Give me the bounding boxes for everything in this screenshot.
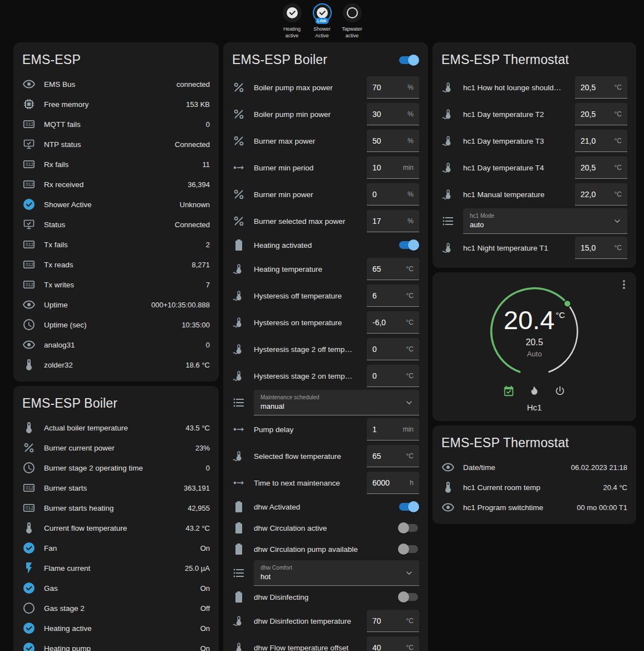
- entity-value: 42,955: [188, 504, 210, 512]
- card: EMS-ESP Thermostathc1 How hot lounge sho…: [432, 42, 636, 268]
- entity-toggle[interactable]: [398, 239, 419, 251]
- entity-row[interactable]: Gas stage 2Off: [13, 598, 219, 618]
- entity-row[interactable]: Date/time06.02.2023 21:18: [432, 457, 636, 477]
- number-input[interactable]: 22,0°C: [575, 183, 627, 205]
- number-input[interactable]: 50%: [367, 130, 419, 152]
- badge[interactable]: LINKShower Active: [309, 3, 336, 39]
- number-unit: °C: [614, 84, 622, 91]
- entity-row[interactable]: zolder3218.6 °C: [13, 355, 219, 375]
- dots-vertical-icon[interactable]: [617, 278, 631, 291]
- number-input[interactable]: 10min: [367, 156, 419, 179]
- entity-row[interactable]: hc1 Program switchtime00 mo 00:00 T1: [432, 497, 636, 517]
- entity-row[interactable]: 012Burner starts heating42,955: [13, 498, 219, 518]
- entity-label: Boiler pump max power: [254, 84, 358, 92]
- entity-row[interactable]: Heating pumpOn: [13, 638, 219, 651]
- entity-row[interactable]: Uptime000+10:35:00.888: [13, 295, 219, 315]
- number-input[interactable]: 6°C: [367, 285, 419, 307]
- entity-row[interactable]: Actual boiler temperature43.5 °C: [13, 418, 219, 438]
- number-input[interactable]: 15,0°C: [575, 237, 627, 259]
- water-thermometer-icon: [441, 161, 455, 174]
- entity-toggle[interactable]: [398, 522, 419, 533]
- entity-row[interactable]: FanOn: [13, 538, 219, 558]
- entity-row[interactable]: NTP statusConnected: [13, 134, 219, 154]
- entity-label: Burner min power: [254, 190, 358, 199]
- entity-row[interactable]: Uptime (sec)10:35:00: [13, 315, 219, 335]
- number-input[interactable]: 6000h: [367, 472, 419, 494]
- select-input[interactable]: Maintenance scheduledmanual: [254, 390, 419, 415]
- entity-row[interactable]: Burner stage 2 operating time0: [13, 458, 219, 478]
- entity-row[interactable]: 012Burner starts363,191: [13, 478, 219, 498]
- number-value: 30: [372, 110, 381, 119]
- number-input[interactable]: 40°C: [367, 637, 419, 651]
- entity-row: hc1 Day temperature T321,0°C: [432, 128, 636, 154]
- entity-label: Rx fails: [44, 160, 194, 169]
- number-input[interactable]: 20,5°C: [575, 156, 627, 179]
- entity-row[interactable]: analog310: [13, 335, 219, 355]
- entity-label: Actual boiler temperature: [44, 424, 177, 432]
- number-input[interactable]: 70°C: [367, 610, 419, 632]
- entity-row[interactable]: Current flow temperature43.2 °C: [13, 518, 219, 538]
- entity-label: Gas: [44, 584, 192, 593]
- entity-value: 18.6 °C: [185, 361, 210, 369]
- percent-icon: [232, 134, 245, 148]
- entity-row: dhw Disinfecting: [223, 586, 428, 608]
- number-value: 20,5: [581, 83, 596, 92]
- entity-row[interactable]: GasOn: [13, 578, 219, 598]
- entity-value: 43.5 °C: [185, 424, 210, 432]
- entity-row[interactable]: Shower ActiveUnknown: [13, 194, 219, 214]
- number-value: 0: [372, 345, 377, 354]
- entity-row[interactable]: StatusConnected: [13, 214, 219, 234]
- entity-row: Heating activated: [223, 234, 428, 256]
- entity-row[interactable]: Flame current25.0 µA: [13, 558, 219, 578]
- badge[interactable]: Heating active: [279, 3, 306, 39]
- badge[interactable]: Tapwater active: [339, 3, 366, 39]
- fire-icon[interactable]: [528, 385, 540, 397]
- calendar-check-icon[interactable]: [503, 385, 515, 397]
- number-input[interactable]: 65°C: [367, 445, 419, 467]
- entity-row[interactable]: 012Rx received36,394: [13, 174, 219, 194]
- entity-toggle[interactable]: [398, 501, 419, 512]
- entity-row[interactable]: Heating activeOn: [13, 618, 219, 638]
- entity-label: Flame current: [44, 564, 176, 572]
- entity-row[interactable]: 012Tx fails2: [13, 234, 219, 254]
- entity-row[interactable]: 012Rx fails11: [13, 154, 219, 174]
- number-unit: %: [407, 217, 414, 225]
- entity-label: Date/time: [463, 463, 563, 472]
- entity-row[interactable]: Burner current power23%: [13, 438, 219, 458]
- entity-row[interactable]: 012Tx reads8,271: [13, 254, 219, 275]
- entity-row[interactable]: hc1 Current room temp20.4 °C: [432, 477, 636, 497]
- entity-row: hc1 Day temperature T220,5°C: [432, 101, 636, 128]
- select-input[interactable]: dhw Comforthot: [254, 560, 419, 586]
- number-input[interactable]: 21,0°C: [575, 130, 627, 152]
- entity-row[interactable]: Free memory153 KB: [13, 94, 219, 114]
- number-input[interactable]: -6,0°C: [367, 311, 419, 334]
- thermostat-dial[interactable]: 20.4°C20.5Auto: [485, 282, 583, 380]
- card-header-toggle[interactable]: [398, 55, 419, 66]
- number-input[interactable]: 20,5°C: [575, 103, 627, 125]
- number-input[interactable]: 20,5°C: [575, 76, 627, 99]
- power-icon[interactable]: [554, 385, 566, 397]
- entity-row: Hysteresis stage 2 on temp…0°C: [223, 363, 428, 389]
- entity-row[interactable]: EMS Busconnected: [13, 74, 219, 94]
- number-unit: °C: [406, 345, 414, 353]
- entity-row[interactable]: 012Tx writes7: [13, 275, 219, 295]
- entity-row: Pump delay1min: [223, 416, 428, 443]
- entity-toggle[interactable]: [398, 544, 419, 555]
- number-input[interactable]: 0°C: [367, 365, 419, 387]
- entity-label: hc1 Day temperature T4: [463, 164, 567, 172]
- number-input[interactable]: 65°C: [367, 258, 419, 280]
- number-input[interactable]: 0°C: [367, 338, 419, 360]
- number-input[interactable]: 0%: [367, 183, 419, 205]
- counter-icon: 012: [22, 501, 36, 515]
- number-input[interactable]: 70%: [367, 76, 419, 99]
- select-input[interactable]: hc1 Modeauto: [463, 208, 627, 234]
- number-input[interactable]: 17%: [367, 210, 419, 232]
- number-value: 17: [372, 217, 381, 226]
- entity-toggle[interactable]: [398, 591, 419, 603]
- number-input[interactable]: 1min: [367, 418, 419, 440]
- entity-value: 0: [206, 341, 210, 349]
- card-title: EMS-ESP Boiler: [232, 52, 327, 67]
- entity-label: dhw Disinfection temperature: [254, 617, 358, 625]
- number-input[interactable]: 30%: [367, 103, 419, 125]
- entity-row[interactable]: 012MQTT fails0: [13, 114, 219, 134]
